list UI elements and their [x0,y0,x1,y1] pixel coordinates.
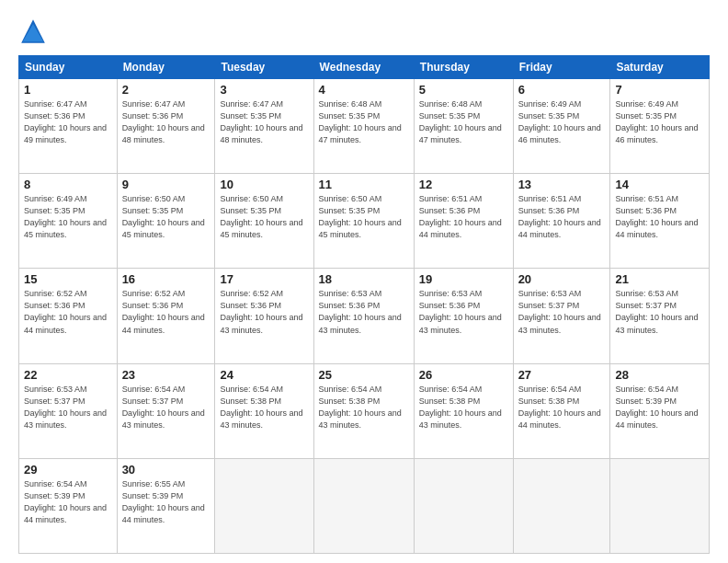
day-number: 6 [518,83,606,97]
day-number: 11 [319,178,409,191]
day-number: 8 [24,178,112,191]
day-number: 7 [615,83,704,97]
day-number: 10 [220,178,308,191]
day-number: 30 [122,463,210,477]
day-cell: 22Sunrise: 6:53 AMSunset: 5:37 PMDayligh… [19,363,118,458]
day-cell: 8Sunrise: 6:49 AMSunset: 5:35 PMDaylight… [19,174,118,269]
day-cell: 25Sunrise: 6:54 AMSunset: 5:38 PMDayligh… [313,363,414,458]
calendar-table: SundayMondayTuesdayWednesdayThursdayFrid… [18,55,710,554]
day-info: Sunrise: 6:55 AMSunset: 5:39 PMDaylight:… [122,478,210,526]
day-info: Sunrise: 6:51 AMSunset: 5:36 PMDaylight:… [615,193,704,241]
day-info: Sunrise: 6:54 AMSunset: 5:39 PMDaylight:… [24,478,112,526]
page: SundayMondayTuesdayWednesdayThursdayFrid… [0,0,728,563]
day-cell: 14Sunrise: 6:51 AMSunset: 5:36 PMDayligh… [610,174,710,269]
col-header-tuesday: Tuesday [215,56,313,79]
svg-marker-1 [23,24,43,41]
week-row-4: 22Sunrise: 6:53 AMSunset: 5:37 PMDayligh… [19,363,710,458]
day-cell: 12Sunrise: 6:51 AMSunset: 5:36 PMDayligh… [414,174,513,269]
day-number: 5 [419,83,508,97]
day-info: Sunrise: 6:54 AMSunset: 5:38 PMDaylight:… [220,384,308,431]
day-number: 25 [319,368,409,382]
day-info: Sunrise: 6:49 AMSunset: 5:35 PMDaylight:… [615,98,704,146]
day-cell: 13Sunrise: 6:51 AMSunset: 5:36 PMDayligh… [513,174,610,269]
day-info: Sunrise: 6:54 AMSunset: 5:38 PMDaylight:… [518,384,606,431]
day-number: 22 [24,368,112,382]
day-number: 9 [122,178,210,191]
day-number: 1 [24,83,112,97]
col-header-monday: Monday [117,56,215,79]
day-number: 27 [518,368,606,382]
day-info: Sunrise: 6:52 AMSunset: 5:36 PMDaylight:… [220,288,308,336]
day-cell: 3Sunrise: 6:47 AMSunset: 5:35 PMDaylight… [215,79,313,174]
day-cell: 20Sunrise: 6:53 AMSunset: 5:37 PMDayligh… [513,269,610,363]
day-info: Sunrise: 6:48 AMSunset: 5:35 PMDaylight:… [419,98,508,146]
day-info: Sunrise: 6:47 AMSunset: 5:35 PMDaylight:… [220,98,308,146]
logo [18,17,51,46]
day-cell [513,458,610,553]
day-info: Sunrise: 6:53 AMSunset: 5:37 PMDaylight:… [518,288,606,336]
day-number: 13 [518,178,606,191]
day-number: 23 [122,368,210,382]
day-info: Sunrise: 6:53 AMSunset: 5:37 PMDaylight:… [24,384,112,431]
day-number: 26 [419,368,508,382]
col-header-saturday: Saturday [610,56,710,79]
week-row-3: 15Sunrise: 6:52 AMSunset: 5:36 PMDayligh… [19,269,710,363]
day-cell: 1Sunrise: 6:47 AMSunset: 5:36 PMDaylight… [19,79,118,174]
day-cell: 19Sunrise: 6:53 AMSunset: 5:36 PMDayligh… [414,269,513,363]
day-cell: 27Sunrise: 6:54 AMSunset: 5:38 PMDayligh… [513,363,610,458]
week-row-5: 29Sunrise: 6:54 AMSunset: 5:39 PMDayligh… [19,458,710,553]
day-cell: 11Sunrise: 6:50 AMSunset: 5:35 PMDayligh… [313,174,414,269]
day-cell [610,458,710,553]
day-cell: 15Sunrise: 6:52 AMSunset: 5:36 PMDayligh… [19,269,118,363]
day-cell: 30Sunrise: 6:55 AMSunset: 5:39 PMDayligh… [117,458,215,553]
day-cell: 18Sunrise: 6:53 AMSunset: 5:36 PMDayligh… [313,269,414,363]
day-cell [313,458,414,553]
day-number: 15 [24,272,112,286]
day-cell: 23Sunrise: 6:54 AMSunset: 5:37 PMDayligh… [117,363,215,458]
day-cell [414,458,513,553]
day-info: Sunrise: 6:47 AMSunset: 5:36 PMDaylight:… [122,98,210,146]
day-info: Sunrise: 6:49 AMSunset: 5:35 PMDaylight:… [518,98,606,146]
day-number: 24 [220,368,308,382]
day-info: Sunrise: 6:48 AMSunset: 5:35 PMDaylight:… [319,98,409,146]
day-cell: 9Sunrise: 6:50 AMSunset: 5:35 PMDaylight… [117,174,215,269]
day-cell: 28Sunrise: 6:54 AMSunset: 5:39 PMDayligh… [610,363,710,458]
day-info: Sunrise: 6:47 AMSunset: 5:36 PMDaylight:… [24,98,112,146]
day-info: Sunrise: 6:50 AMSunset: 5:35 PMDaylight:… [220,193,308,241]
day-cell: 21Sunrise: 6:53 AMSunset: 5:37 PMDayligh… [610,269,710,363]
day-number: 28 [615,368,704,382]
day-info: Sunrise: 6:53 AMSunset: 5:36 PMDaylight:… [419,288,508,336]
day-number: 17 [220,272,308,286]
day-number: 16 [122,272,210,286]
day-info: Sunrise: 6:54 AMSunset: 5:38 PMDaylight:… [419,384,508,431]
header-row: SundayMondayTuesdayWednesdayThursdayFrid… [19,56,710,79]
header [18,17,710,46]
day-info: Sunrise: 6:54 AMSunset: 5:38 PMDaylight:… [319,384,409,431]
col-header-sunday: Sunday [19,56,118,79]
day-cell: 16Sunrise: 6:52 AMSunset: 5:36 PMDayligh… [117,269,215,363]
week-row-1: 1Sunrise: 6:47 AMSunset: 5:36 PMDaylight… [19,79,710,174]
col-header-friday: Friday [513,56,610,79]
day-info: Sunrise: 6:49 AMSunset: 5:35 PMDaylight:… [24,193,112,241]
day-number: 3 [220,83,308,97]
day-info: Sunrise: 6:52 AMSunset: 5:36 PMDaylight:… [24,288,112,336]
col-header-wednesday: Wednesday [313,56,414,79]
day-info: Sunrise: 6:52 AMSunset: 5:36 PMDaylight:… [122,288,210,336]
day-number: 2 [122,83,210,97]
day-cell [215,458,313,553]
day-info: Sunrise: 6:50 AMSunset: 5:35 PMDaylight:… [319,193,409,241]
day-cell: 10Sunrise: 6:50 AMSunset: 5:35 PMDayligh… [215,174,313,269]
day-cell: 7Sunrise: 6:49 AMSunset: 5:35 PMDaylight… [610,79,710,174]
day-number: 29 [24,463,112,477]
day-cell: 2Sunrise: 6:47 AMSunset: 5:36 PMDaylight… [117,79,215,174]
day-info: Sunrise: 6:53 AMSunset: 5:37 PMDaylight:… [615,288,704,336]
day-info: Sunrise: 6:50 AMSunset: 5:35 PMDaylight:… [122,193,210,241]
day-info: Sunrise: 6:54 AMSunset: 5:39 PMDaylight:… [615,384,704,431]
day-number: 18 [319,272,409,286]
week-row-2: 8Sunrise: 6:49 AMSunset: 5:35 PMDaylight… [19,174,710,269]
day-info: Sunrise: 6:54 AMSunset: 5:37 PMDaylight:… [122,384,210,431]
day-cell: 26Sunrise: 6:54 AMSunset: 5:38 PMDayligh… [414,363,513,458]
day-cell: 24Sunrise: 6:54 AMSunset: 5:38 PMDayligh… [215,363,313,458]
day-info: Sunrise: 6:51 AMSunset: 5:36 PMDaylight:… [419,193,508,241]
day-number: 20 [518,272,606,286]
